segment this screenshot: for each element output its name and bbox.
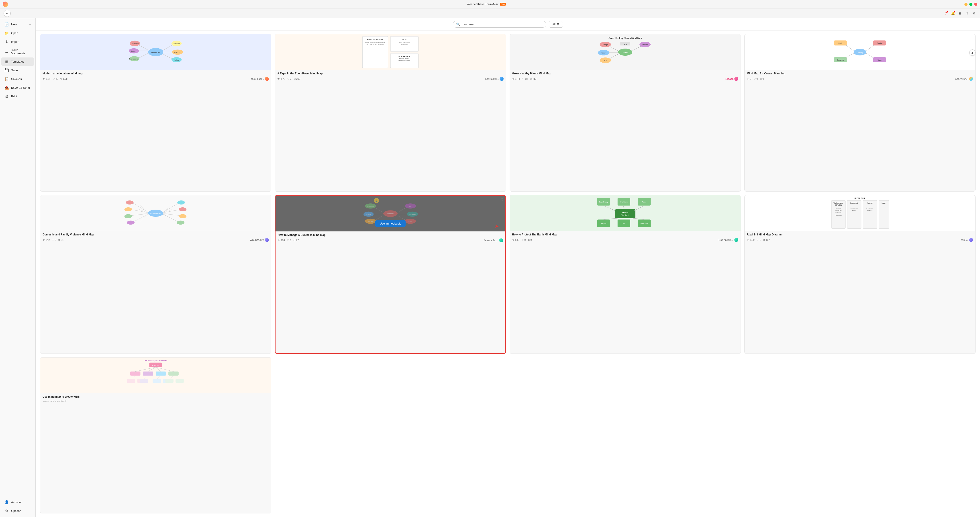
sidebar-item-templates[interactable]: ▦ Templates: [2, 57, 34, 66]
card-7-info: How to Protect The Earth Mind Map 👁 540 …: [510, 231, 741, 244]
svg-text:ABOUT THE AUTHOR:: ABOUT THE AUTHOR:: [367, 38, 383, 40]
svg-line-41: [609, 54, 618, 59]
help-icon[interactable]: ❓: [943, 11, 948, 16]
card-3-author: Kiraaaa: [725, 78, 733, 80]
template-card-5[interactable]: Family Violence: [40, 195, 271, 353]
svg-text:Sunlight: Sunlight: [603, 44, 608, 46]
template-card-4[interactable]: Planning Goals Resources Timeline Tasks: [745, 34, 975, 192]
filter-button[interactable]: All ☰: [549, 21, 563, 28]
card-6-title: How to Manage A Business Mind Map: [278, 233, 503, 237]
svg-text:Goals: Goals: [838, 42, 842, 44]
card-8-likes: ♡ 2: [757, 239, 761, 242]
title-bar: Wondershare EdrawMax Pro: [0, 0, 980, 8]
sidebar-templates-label: Templates: [11, 60, 24, 63]
svg-text:Legacy: Legacy: [881, 202, 886, 204]
svg-line-44: [632, 46, 642, 51]
svg-rect-164: [140, 379, 148, 383]
notification-icon[interactable]: 🔔: [951, 11, 955, 16]
template-card-6[interactable]: ♡ Business Marketing Finance Strategy: [275, 195, 506, 353]
import-icon: ⬇: [5, 40, 9, 44]
sidebar-item-saveas[interactable]: 📋 Save As: [2, 75, 34, 83]
card-9-title: Use mind map to create WBS: [43, 395, 269, 399]
card-7-meta: 👁 540 ♡ 0 ⧉ 9 Lisa Anders...: [512, 238, 738, 242]
sidebar-item-print[interactable]: 🖨 Print: [2, 92, 34, 100]
svg-line-70: [163, 209, 181, 213]
svg-rect-136: [863, 200, 877, 229]
svg-text:Historical: Historical: [836, 208, 841, 209]
svg-point-76: [127, 221, 135, 224]
cloud-icon: ☁: [5, 50, 8, 54]
use-immediately-button[interactable]: Use immediately: [375, 220, 406, 227]
card-1-copies: ⧉ 1.7k: [60, 77, 67, 80]
maximize-button[interactable]: [969, 3, 972, 6]
svg-text:Resources: Resources: [837, 59, 844, 61]
svg-text:Who was Jose: Who was Jose: [850, 208, 858, 209]
sidebar-item-import[interactable]: ⬇ Import: [2, 38, 34, 46]
svg-line-171: [157, 375, 161, 379]
svg-text:Modern Art: Modern Art: [151, 52, 160, 54]
card-4-author: jane.miron...: [955, 78, 968, 80]
sidebar-item-options[interactable]: ⚙ Options: [2, 507, 34, 515]
sidebar-item-save[interactable]: 💾 Save: [2, 66, 34, 75]
minimize-button[interactable]: [964, 3, 967, 6]
sidebar-item-export[interactable]: 📤 Export & Send: [2, 84, 34, 92]
card-6-author: Aneesa Saf...: [484, 239, 498, 242]
template-card-8[interactable]: RIZAL BILL The Colonies of RIZAL BILL Ba…: [745, 195, 975, 353]
sidebar-item-new[interactable]: 📄 New +: [2, 20, 34, 29]
card-2-views: 👁 4.7k: [277, 78, 285, 80]
community-icon[interactable]: ⊞: [958, 11, 962, 16]
card-4-likes: ♡ 0: [754, 77, 758, 80]
card-2-image: ABOUT THE AUTHOR: George Leslie Norris (…: [275, 34, 506, 70]
template-card-1[interactable]: Modern Art Art Nouveau Cubism Expression…: [40, 34, 271, 192]
settings-icon[interactable]: ⚙: [972, 11, 977, 16]
sidebar-item-open[interactable]: 📁 Open: [2, 29, 34, 37]
svg-line-169: [131, 375, 135, 379]
card-6-avatar: [499, 239, 503, 242]
sidebar-open-label: Open: [11, 32, 18, 35]
card-2-title: A Tiger in the Zoo - Poem Mind Map: [277, 72, 504, 75]
template-grid: Modern Art Art Nouveau Cubism Expression…: [36, 30, 980, 517]
svg-text:Tasks: Tasks: [878, 59, 881, 61]
card-4-svg: Planning Goals Resources Timeline Tasks: [745, 34, 975, 70]
svg-line-85: [140, 214, 148, 222]
card-2-copies: ⧉ 200: [294, 77, 300, 80]
templates-icon: ▦: [5, 59, 9, 64]
template-card-2[interactable]: ABOUT THE AUTHOR: George Leslie Norris (…: [275, 34, 506, 192]
toolbar-icons: ❓ 🔔 ⊞ ⬆ ⚙: [943, 11, 977, 16]
svg-text:conditions of a caged...: conditions of a caged...: [398, 60, 411, 61]
card-4-meta: 👁 0 ♡ 0 ⧉ 0 jane.miron...: [747, 77, 973, 81]
card-6-overlay: Use immediately ➤: [275, 196, 505, 231]
card-1-views: 👁 3.2k: [43, 78, 50, 80]
share-icon[interactable]: ⬆: [965, 11, 969, 16]
svg-text:Soil: Soil: [604, 60, 607, 61]
svg-text:George Leslie Norris (21 May 1: George Leslie Norris (21 May 1921): [365, 41, 385, 43]
svg-line-68: [133, 215, 148, 222]
template-card-3[interactable]: Grow Healthy Plants Mind Map Plants Sunl…: [510, 34, 741, 192]
svg-text:Save Energy: Save Energy: [620, 201, 628, 203]
card-8-title: Rizal Bill Mind Map Diagram: [747, 233, 973, 237]
svg-text:Art Nouveau: Art Nouveau: [130, 43, 139, 45]
scroll-up-button[interactable]: ▲: [969, 49, 975, 56]
sidebar-save-label: Save: [11, 68, 18, 72]
export-icon: 📤: [5, 86, 9, 90]
svg-point-77: [177, 200, 185, 205]
filter-label: All: [552, 23, 555, 26]
svg-line-83: [139, 213, 148, 213]
card-5-svg: Family Violence: [40, 196, 271, 231]
search-input[interactable]: [462, 22, 543, 26]
new-plus-icon: +: [29, 23, 31, 26]
close-button[interactable]: [974, 3, 977, 6]
card-8-meta: 👁 1.5k ♡ 2 ⧉ 107 Miguel: [747, 238, 973, 242]
template-card-7[interactable]: Protect The Earth Save Energy Save Energ…: [510, 195, 741, 353]
sidebar-item-account[interactable]: 👤 Account: [2, 498, 34, 506]
back-button[interactable]: ←: [3, 10, 11, 17]
sidebar-item-cloud[interactable]: ☁ Cloud Documents: [2, 46, 34, 57]
template-card-9[interactable]: Use mind map to create WBS WBS Root: [40, 357, 271, 514]
svg-text:Terms: Terms: [642, 201, 646, 203]
svg-line-35: [609, 46, 618, 51]
sidebar-import-label: Import: [11, 40, 19, 43]
filter-icon: ☰: [557, 23, 560, 26]
card-2-likes: ♡ 3: [287, 77, 291, 80]
search-icon: 🔍: [456, 22, 460, 26]
svg-line-129: [634, 205, 644, 211]
